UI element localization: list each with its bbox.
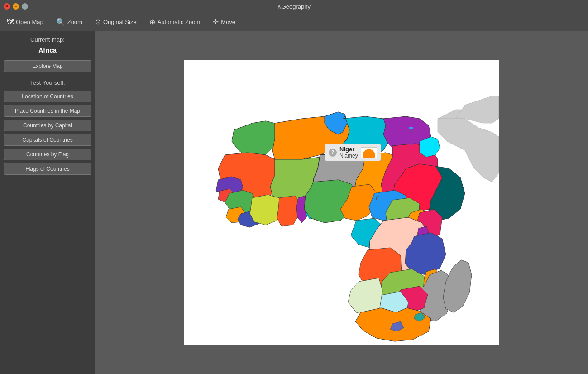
- place-countries-button[interactable]: Place Countries in the Map: [4, 105, 91, 117]
- toolbar: 🗺 Open Map 🔍 Zoom ⊙ Original Size ⊕ Auto…: [0, 13, 588, 31]
- title-bar: ✕ – KGeography: [0, 0, 588, 13]
- map-container[interactable]: ? Niger Niamey: [184, 60, 499, 345]
- current-map-name: Africa: [4, 47, 91, 54]
- flags-of-countries-button[interactable]: Flags of Countries: [4, 163, 91, 175]
- close-button[interactable]: ✕: [4, 3, 10, 10]
- sidebar: Current map: Africa Explore Map Test You…: [0, 31, 95, 374]
- open-map-icon: 🗺: [6, 18, 14, 26]
- maximize-button[interactable]: [22, 3, 28, 10]
- zoom-icon: 🔍: [56, 18, 65, 26]
- svg-rect-6: [410, 129, 411, 132]
- app-title: KGeography: [277, 3, 311, 10]
- countries-by-flag-button[interactable]: Countries by Flag: [4, 149, 91, 160]
- open-map-button[interactable]: 🗺 Open Map: [4, 17, 46, 28]
- svg-rect-5: [409, 127, 413, 129]
- automatic-zoom-label: Automatic Zoom: [158, 19, 201, 25]
- zoom-button[interactable]: 🔍 Zoom: [53, 16, 85, 28]
- svg-rect-3: [377, 196, 379, 197]
- svg-rect-4: [376, 197, 377, 200]
- move-label: Move: [221, 19, 235, 25]
- zoom-label: Zoom: [67, 19, 82, 25]
- test-yourself-label: Test Yourself:: [4, 79, 91, 86]
- move-icon: ✛: [213, 18, 219, 26]
- svg-rect-2: [410, 144, 412, 145]
- move-button[interactable]: ✛ Move: [210, 16, 238, 28]
- automatic-zoom-button[interactable]: ⊕ Automatic Zoom: [147, 16, 203, 28]
- original-size-label: Original Size: [103, 19, 137, 25]
- map-area[interactable]: ? Niger Niamey: [95, 31, 588, 374]
- capitals-of-countries-button[interactable]: Capitals of Countries: [4, 134, 91, 146]
- original-size-button[interactable]: ⊙ Original Size: [92, 16, 139, 28]
- current-map-label: Current map:: [4, 36, 91, 43]
- window-controls[interactable]: ✕ –: [4, 3, 28, 10]
- africa-map[interactable]: [184, 60, 499, 345]
- explore-map-button[interactable]: Explore Map: [4, 60, 91, 72]
- main-layout: Current map: Africa Explore Map Test You…: [0, 31, 588, 374]
- location-of-countries-button[interactable]: Location of Countries: [4, 91, 91, 102]
- countries-by-capital-button[interactable]: Countries by Capital: [4, 120, 91, 131]
- automatic-zoom-icon: ⊕: [149, 18, 155, 26]
- open-map-label: Open Map: [16, 19, 43, 25]
- original-size-icon: ⊙: [95, 18, 101, 26]
- minimize-button[interactable]: –: [13, 3, 19, 10]
